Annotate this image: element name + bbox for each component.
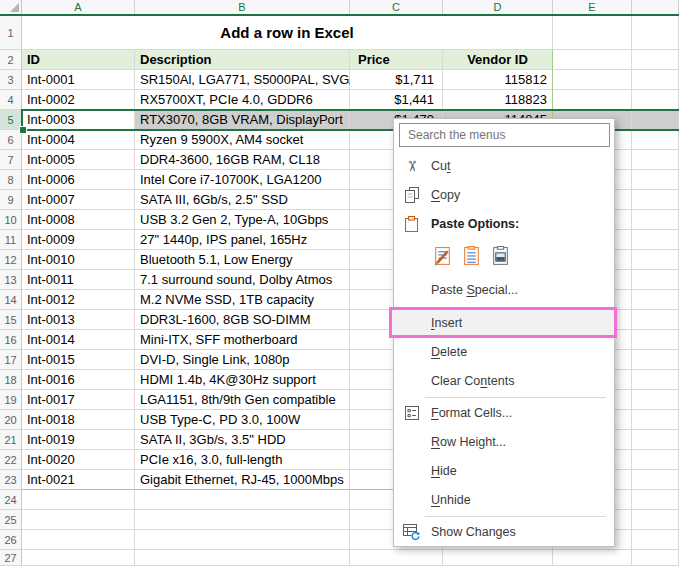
column-header-A[interactable]: A — [22, 0, 135, 14]
cell-F17[interactable] — [632, 350, 679, 370]
cell-A15[interactable]: Int-0013 — [22, 310, 135, 330]
cell-B6[interactable]: Ryzen 9 5900X, AM4 socket — [135, 130, 350, 150]
row-header-1[interactable]: 1 — [0, 16, 22, 50]
cell-A16[interactable]: Int-0014 — [22, 330, 135, 350]
cell-A3[interactable]: Int-0001 — [22, 70, 135, 90]
row-header-10[interactable]: 10 — [0, 210, 22, 230]
row-header-22[interactable]: 22 — [0, 450, 22, 470]
cell-A27[interactable] — [22, 550, 135, 566]
cell-B9[interactable]: SATA III, 6Gb/s, 2.5" SSD — [135, 190, 350, 210]
cell-B22[interactable]: PCIe x16, 3.0, full-length — [135, 450, 350, 470]
cell-F14[interactable] — [632, 290, 679, 310]
cell-A18[interactable]: Int-0016 — [22, 370, 135, 390]
row-header-26[interactable]: 26 — [0, 530, 22, 550]
cell-F20[interactable] — [632, 410, 679, 430]
cell-B20[interactable]: USB Type-C, PD 3.0, 100W — [135, 410, 350, 430]
cell-B21[interactable]: SATA II, 3Gb/s, 3.5" HDD — [135, 430, 350, 450]
cell-B15[interactable]: DDR3L-1600, 8GB SO-DIMM — [135, 310, 350, 330]
cell-F12[interactable] — [632, 250, 679, 270]
cell-F4[interactable] — [632, 90, 679, 110]
cell-C4[interactable]: $1,441 — [350, 90, 443, 110]
cell-F7[interactable] — [632, 150, 679, 170]
cell-C27[interactable] — [350, 550, 443, 566]
column-header-C[interactable]: C — [350, 0, 443, 14]
cell-E3[interactable] — [553, 70, 632, 90]
menu-item-show-changes[interactable]: Show Changes — [394, 518, 614, 546]
paste-keep-formatting-button[interactable] — [430, 244, 454, 268]
cell-F27[interactable] — [632, 550, 679, 566]
menu-item-clear-contents[interactable]: Clear Contents — [394, 367, 614, 395]
cell-B11[interactable]: 27" 1440p, IPS panel, 165Hz — [135, 230, 350, 250]
cell-F11[interactable] — [632, 230, 679, 250]
cell-A8[interactable]: Int-0006 — [22, 170, 135, 190]
cell-B26[interactable] — [135, 530, 350, 550]
row-header-12[interactable]: 12 — [0, 250, 22, 270]
row-header-3[interactable]: 3 — [0, 70, 22, 90]
cell-F22[interactable] — [632, 450, 679, 470]
cell-E4[interactable] — [553, 90, 632, 110]
row-header-13[interactable]: 13 — [0, 270, 22, 290]
cell-F26[interactable] — [632, 530, 679, 550]
row-header-16[interactable]: 16 — [0, 330, 22, 350]
menu-search-input[interactable] — [399, 123, 610, 147]
cell-A14[interactable]: Int-0012 — [22, 290, 135, 310]
cell-F24[interactable] — [632, 490, 679, 510]
row-header-24[interactable]: 24 — [0, 490, 22, 510]
cell-B5[interactable]: RTX3070, 8GB VRAM, DisplayPort — [135, 110, 350, 130]
row-header-14[interactable]: 14 — [0, 290, 22, 310]
header-cell-price[interactable]: Price — [350, 50, 443, 70]
cell-B10[interactable]: USB 3.2 Gen 2, Type-A, 10Gbps — [135, 210, 350, 230]
sheet-title-cell[interactable]: Add a row in Excel — [22, 16, 553, 50]
cell-B25[interactable] — [135, 510, 350, 530]
cell-A26[interactable] — [22, 530, 135, 550]
cell-F10[interactable] — [632, 210, 679, 230]
menu-item-row-height[interactable]: Row Height... — [394, 428, 614, 456]
cell-D4[interactable]: 118823 — [443, 90, 553, 110]
cell-F18[interactable] — [632, 370, 679, 390]
paste-picture-button[interactable] — [488, 244, 512, 268]
paste-values-button[interactable] — [459, 244, 483, 268]
row-header-7[interactable]: 7 — [0, 150, 22, 170]
cell-F3[interactable] — [632, 70, 679, 90]
cell-F23[interactable] — [632, 470, 679, 490]
column-header-partial[interactable] — [632, 0, 679, 14]
header-cell-id[interactable]: ID — [22, 50, 135, 70]
cell-F5[interactable] — [632, 110, 679, 130]
row-header-20[interactable]: 20 — [0, 410, 22, 430]
cell-B23[interactable]: Gigabit Ethernet, RJ-45, 1000Mbps — [135, 470, 350, 490]
menu-item-hide[interactable]: Hide — [394, 457, 614, 485]
cell-F16[interactable] — [632, 330, 679, 350]
cell-E2[interactable] — [553, 50, 632, 70]
fill-handle[interactable] — [19, 126, 27, 134]
header-cell-description[interactable]: Description — [135, 50, 350, 70]
row-header-23[interactable]: 23 — [0, 470, 22, 490]
header-cell-vendor-id[interactable]: Vendor ID — [443, 50, 553, 70]
row-header-17[interactable]: 17 — [0, 350, 22, 370]
row-header-8[interactable]: 8 — [0, 170, 22, 190]
row-header-11[interactable]: 11 — [0, 230, 22, 250]
cell-A22[interactable]: Int-0020 — [22, 450, 135, 470]
cell-F25[interactable] — [632, 510, 679, 530]
row-header-15[interactable]: 15 — [0, 310, 22, 330]
menu-item-copy[interactable]: Copy — [394, 181, 614, 209]
cell-F21[interactable] — [632, 430, 679, 450]
row-header-2[interactable]: 2 — [0, 50, 22, 70]
cell-F19[interactable] — [632, 390, 679, 410]
cell-B14[interactable]: M.2 NVMe SSD, 1TB capacity — [135, 290, 350, 310]
cell-B13[interactable]: 7.1 surround sound, Dolby Atmos — [135, 270, 350, 290]
cell-D27[interactable] — [443, 550, 553, 566]
cell-B8[interactable]: Intel Core i7-10700K, LGA1200 — [135, 170, 350, 190]
cell-A24[interactable] — [22, 490, 135, 510]
cell-B12[interactable]: Bluetooth 5.1, Low Energy — [135, 250, 350, 270]
menu-item-format-cells[interactable]: Format Cells... — [394, 399, 614, 427]
cell-E1[interactable] — [553, 16, 632, 50]
cell-A23[interactable]: Int-0021 — [22, 470, 135, 490]
cell-F8[interactable] — [632, 170, 679, 190]
cell-E27[interactable] — [553, 550, 632, 566]
cell-B24[interactable] — [135, 490, 350, 510]
cell-F2[interactable] — [632, 50, 679, 70]
cell-A13[interactable]: Int-0011 — [22, 270, 135, 290]
cell-B7[interactable]: DDR4-3600, 16GB RAM, CL18 — [135, 150, 350, 170]
cell-B18[interactable]: HDMI 1.4b, 4K@30Hz support — [135, 370, 350, 390]
cell-A5[interactable]: Int-0003 — [22, 110, 135, 130]
